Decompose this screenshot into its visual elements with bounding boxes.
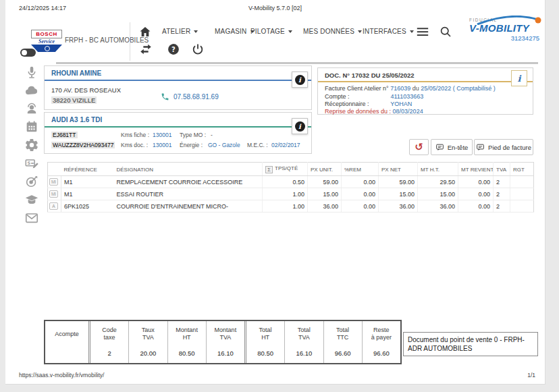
client-card-line [45, 80, 311, 81]
settings-gear-icon[interactable] [24, 138, 39, 152]
col-mt-ht: MT H.T. [418, 163, 458, 176]
calendar-icon[interactable] [24, 119, 39, 134]
col-px-unit: PX UNIT. [308, 163, 342, 176]
svg-text:?: ? [171, 46, 176, 53]
energie-label: Énergie : [180, 142, 208, 148]
comment-icon [435, 143, 444, 152]
chevron-down-icon [410, 30, 414, 33]
cell-rem: 0.00 [342, 176, 379, 188]
search-icon[interactable] [439, 25, 452, 41]
client-card: RHOUNI AMINE i 170 AV. DES ROSEAUX 38220… [44, 65, 312, 110]
client-address-line1: 170 AV. DES ROSEAUX [51, 86, 121, 94]
sigma-sum-icon[interactable]: Σ [265, 166, 273, 173]
microphone-icon[interactable] [24, 65, 39, 80]
cell-px-net: 36.00 [379, 200, 418, 213]
vehicle-vin: WAUZZZ8V2HA093477 [51, 142, 115, 148]
header-bottom-line [56, 62, 538, 64]
pos-note: Document du point de vente 0 - FRPH-ADR … [403, 332, 538, 356]
cell-px-net: 59.00 [379, 176, 418, 188]
total-value: 16.10 [207, 349, 244, 357]
cell-rgt [510, 188, 534, 200]
reprise-label: Reprise de données du : [325, 108, 391, 115]
nav-label: MES DONNÉES [303, 28, 354, 35]
cell-qty: 0.50 [263, 176, 308, 188]
du-label: du [412, 85, 419, 92]
pied-de-facture-button[interactable]: Pied de facture [474, 139, 533, 155]
cell-px-unit: 15.00 [308, 188, 342, 200]
nav-pilotage[interactable]: PILOTAGE [250, 28, 292, 35]
facture-number: 716039 [390, 85, 410, 92]
nav-mes-donnees[interactable]: MES DONNÉES [303, 28, 362, 35]
total-col-total-tva: Total TVA 16.10 [284, 321, 323, 363]
undo-icon: ↺ [415, 142, 423, 152]
help-icon[interactable]: ? [167, 43, 180, 59]
invoice-line-row[interactable]: A 6PK1025 COURROIE D'ENTRAINEMENT MICRO-… [48, 200, 534, 213]
total-value: 80.50 [246, 349, 284, 357]
total-value: 2 [90, 349, 128, 357]
kms-fiche-label: Kms fiche : [121, 132, 153, 138]
col-mt-revient: MT REVIENT [458, 163, 494, 176]
receptionnaire-value: YOHAN [390, 101, 412, 107]
phone-icon [161, 92, 169, 101]
total-value: 20.00 [129, 349, 167, 357]
support-agent-icon[interactable] [24, 101, 39, 116]
invoice-line-row[interactable]: MI M1 ESSAI ROUTIER 1.00 15.00 0.00 15.0… [48, 188, 534, 200]
total-col-montant-tva: Montant TVA 16.10 [206, 321, 244, 363]
graduation-cap-icon[interactable] [24, 192, 39, 207]
vehicle-card: AUDI A3 1.6 TDI i EJ681TT Kms fiche : 13… [44, 112, 312, 154]
voucher-edit-icon[interactable]: S= [24, 156, 39, 171]
total-col-total-ht: Total HT 80.50 [244, 321, 284, 363]
totals-table: Acompte Code taxe 2 Taux TVA 20.00 Monta… [44, 320, 402, 364]
document-card-line [318, 81, 533, 82]
info-icon: i [518, 74, 521, 84]
acompte-cell: Acompte [45, 321, 88, 363]
cloud-icon[interactable] [24, 83, 39, 98]
nav-magasin[interactable]: MAGASIN [215, 28, 255, 35]
reprise-date: 08/03/2024 [393, 108, 423, 115]
reprise-line: Reprise de données du : 08/03/2024 [325, 108, 423, 115]
kms-fiche-value: 130001 [153, 132, 180, 138]
cell-designation: ESSAI ROUTIER [114, 188, 263, 200]
nav-label: PILOTAGE [250, 28, 285, 35]
company-code: FRPH - BC AUTOMOBILES [65, 36, 149, 44]
chevron-down-icon [288, 30, 292, 33]
cell-reference: M1 [61, 188, 114, 200]
cell-qty: 1.00 [263, 188, 308, 200]
target-icon[interactable] [24, 174, 39, 189]
kms-doc-label: Kms doc. : [121, 142, 153, 148]
menu-hamburger-icon[interactable] [416, 26, 429, 40]
entete-button[interactable]: En-tête [431, 139, 473, 155]
vmobility-logo: FIDUCIAL V-MOBILITY 31234275 [469, 18, 539, 42]
document-info-button[interactable]: i [511, 70, 527, 86]
envelope-icon[interactable] [24, 211, 39, 225]
swap-icon[interactable] [138, 42, 153, 59]
client-name: RHOUNI AMINE [51, 69, 101, 77]
mec-value: 02/02/2017 [271, 142, 300, 148]
line-type-badge: A [49, 202, 58, 210]
facture-status: ( Comptabilisé ) [453, 85, 496, 92]
print-page: 24/12/2025 14:17 V-Mobility 5.7.0 [02] B… [5, 0, 545, 385]
invoice-lines-table: RÉFÉRENCE DÉSIGNATION ΣTPS/QTÉ PX UNIT. … [47, 162, 534, 213]
col-designation: DÉSIGNATION [114, 163, 263, 176]
invoice-line-row[interactable]: MI M1 REMPLACEMENT COURROIE ACCESSOIRE 0… [48, 176, 534, 188]
cell-px-unit: 59.00 [308, 176, 342, 188]
col-tva: TVA [494, 163, 510, 176]
print-footer-url: https://saas.v-mobility.fr/vmobility/ [19, 372, 104, 379]
total-value: 16.10 [285, 349, 323, 357]
col-qty: ΣTPS/QTÉ [263, 163, 308, 176]
power-icon[interactable] [191, 43, 205, 59]
home-icon[interactable] [138, 25, 152, 41]
col-px-net: PX NET [379, 163, 418, 176]
client-info-button[interactable]: i [292, 72, 308, 88]
cell-reference: 6PK1025 [61, 200, 114, 213]
compte-value: 4111033663 [391, 93, 424, 100]
total-col-reste-a-payer: Reste à payer 96.60 [362, 321, 400, 363]
cell-tva: 2 [494, 188, 510, 200]
undo-button[interactable]: ↺ [409, 139, 429, 155]
icon-rail: S= [24, 65, 41, 225]
nav-atelier[interactable]: ATELIER [162, 28, 198, 35]
nav-label: INTERFACES [363, 28, 406, 35]
cell-rem: 0.00 [342, 188, 379, 200]
nav-interfaces[interactable]: INTERFACES [363, 28, 414, 35]
cell-qty: 1.00 [263, 200, 308, 213]
